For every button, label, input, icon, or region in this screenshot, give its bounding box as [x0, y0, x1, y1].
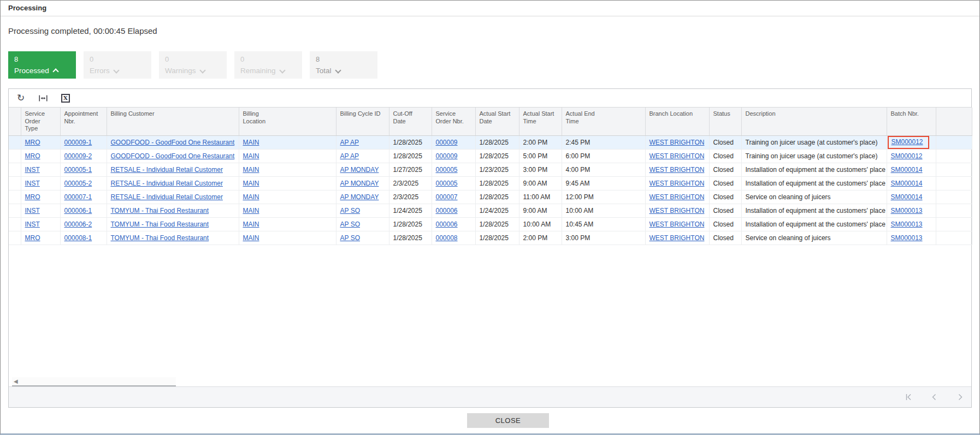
fit-width-icon[interactable]: [38, 93, 48, 103]
badge-warnings[interactable]: 0Warnings: [159, 51, 227, 79]
cell-link-billing_location[interactable]: MAIN: [243, 139, 259, 146]
column-header-so_nbr[interactable]: Service Order Nbr.: [432, 108, 475, 135]
cell-link-cycle[interactable]: AP SO: [340, 207, 360, 214]
column-header-start_time[interactable]: Actual Start Time: [519, 108, 562, 135]
column-header-appt[interactable]: Appointment Nbr.: [60, 108, 107, 135]
cell-link-type[interactable]: INST: [25, 166, 40, 174]
table-row[interactable]: MRO000009-2GOODFOOD - GoodFood One Resta…: [9, 149, 972, 163]
cell-link-cycle[interactable]: AP AP: [340, 139, 359, 146]
column-header-end_time[interactable]: Actual End Time: [562, 108, 645, 135]
table-row[interactable]: MRO000008-1TOMYUM - Thai Food Restaurant…: [9, 231, 972, 245]
cell-link-so_nbr[interactable]: 000006: [436, 207, 458, 214]
cell-link-branch[interactable]: WEST BRIGHTON: [650, 180, 705, 187]
cell-link-branch[interactable]: WEST BRIGHTON: [650, 207, 705, 214]
cell-link-cycle[interactable]: AP MONDAY: [340, 193, 379, 201]
cell-link-customer[interactable]: RETSALE - Individual Retail Customer: [111, 166, 223, 174]
cell-link-type[interactable]: MRO: [25, 193, 40, 201]
cell-link-appt[interactable]: 000009-2: [64, 152, 92, 160]
cell-link-type[interactable]: MRO: [25, 234, 40, 242]
scroll-left-arrow-icon[interactable]: ◀: [14, 378, 18, 384]
cell-link-cycle[interactable]: AP AP: [340, 152, 359, 160]
cell-link-billing_location[interactable]: MAIN: [243, 221, 259, 228]
next-page-icon[interactable]: [955, 392, 965, 402]
cell-link-so_nbr[interactable]: 000006: [436, 221, 458, 228]
cell-link-batch[interactable]: SM000013: [891, 234, 923, 242]
horizontal-scrollbar[interactable]: ◀: [9, 377, 971, 386]
cell-link-customer[interactable]: RETSALE - Individual Retail Customer: [111, 180, 223, 187]
cell-link-branch[interactable]: WEST BRIGHTON: [650, 234, 705, 242]
first-page-icon[interactable]: [904, 392, 913, 402]
cell-link-branch[interactable]: WEST BRIGHTON: [650, 166, 705, 174]
table-row[interactable]: INST000005-2RETSALE - Individual Retail …: [9, 176, 972, 190]
table-row[interactable]: MRO000007-1RETSALE - Individual Retail C…: [9, 190, 972, 204]
column-header-start_date[interactable]: Actual Start Date: [475, 108, 519, 135]
cell-link-billing_location[interactable]: MAIN: [243, 207, 259, 214]
cell-link-branch[interactable]: WEST BRIGHTON: [650, 139, 705, 146]
cell-link-type[interactable]: MRO: [25, 139, 40, 146]
cell-link-branch[interactable]: WEST BRIGHTON: [650, 152, 705, 160]
cell-link-appt[interactable]: 000006-2: [64, 221, 92, 228]
cell-link-appt[interactable]: 000005-1: [64, 166, 92, 174]
column-header-batch[interactable]: Batch Nbr.: [887, 108, 936, 135]
cell-link-billing_location[interactable]: MAIN: [243, 180, 259, 187]
cell-link-type[interactable]: MRO: [25, 152, 40, 160]
column-header-cutoff[interactable]: Cut-Off Date: [389, 108, 432, 135]
scrollbar-thumb[interactable]: [12, 377, 176, 386]
column-header-desc[interactable]: Description: [741, 108, 887, 135]
badge-processed[interactable]: 8Processed: [8, 51, 76, 79]
cell-link-cycle[interactable]: AP MONDAY: [340, 180, 379, 187]
column-header-type[interactable]: Service Order Type: [21, 108, 60, 135]
export-excel-icon[interactable]: X: [61, 93, 70, 103]
cell-link-billing_location[interactable]: MAIN: [243, 234, 259, 242]
cell-link-batch[interactable]: SM000012: [892, 138, 923, 146]
cell-link-customer[interactable]: RETSALE - Individual Retail Customer: [111, 193, 223, 201]
table-row[interactable]: INST000006-2TOMYUM - Thai Food Restauran…: [9, 217, 972, 231]
cell-link-so_nbr[interactable]: 000005: [436, 180, 458, 187]
cell-link-so_nbr[interactable]: 000007: [436, 193, 458, 201]
cell-link-appt[interactable]: 000007-1: [64, 193, 92, 201]
badge-errors[interactable]: 0Errors: [84, 51, 151, 79]
cell-link-batch[interactable]: SM000014: [891, 180, 923, 187]
column-header-billing_location[interactable]: Billing Location: [239, 108, 336, 135]
column-header-branch[interactable]: Branch Location: [645, 108, 709, 135]
column-header-customer[interactable]: Billing Customer: [107, 108, 239, 135]
table-row[interactable]: INST000006-1TOMYUM - Thai Food Restauran…: [9, 204, 972, 217]
table-row[interactable]: MRO000009-1GOODFOOD - GoodFood One Resta…: [9, 135, 972, 149]
cell-link-type[interactable]: INST: [25, 207, 40, 214]
cell-link-billing_location[interactable]: MAIN: [243, 193, 259, 201]
cell-link-cycle[interactable]: AP MONDAY: [340, 166, 379, 174]
cell-link-batch[interactable]: SM000013: [891, 221, 923, 228]
badge-total[interactable]: 8Total: [310, 51, 377, 79]
cell-link-customer[interactable]: TOMYUM - Thai Food Restaurant: [111, 207, 209, 214]
cell-link-billing_location[interactable]: MAIN: [243, 152, 259, 160]
cell-link-batch[interactable]: SM000013: [891, 207, 923, 214]
cell-link-customer[interactable]: GOODFOOD - GoodFood One Restaurant: [111, 152, 235, 160]
cell-link-billing_location[interactable]: MAIN: [243, 166, 259, 174]
cell-link-appt[interactable]: 000008-1: [64, 234, 92, 242]
close-button[interactable]: CLOSE: [467, 413, 549, 428]
table-row[interactable]: INST000005-1RETSALE - Individual Retail …: [9, 163, 972, 176]
cell-link-customer[interactable]: GOODFOOD - GoodFood One Restaurant: [111, 139, 235, 146]
cell-link-branch[interactable]: WEST BRIGHTON: [650, 221, 705, 228]
cell-link-so_nbr[interactable]: 000009: [436, 152, 458, 160]
column-header-status[interactable]: Status: [709, 108, 741, 135]
cell-link-batch[interactable]: SM000014: [891, 193, 923, 201]
cell-link-so_nbr[interactable]: 000008: [436, 234, 458, 242]
cell-link-batch[interactable]: SM000012: [891, 152, 923, 160]
cell-link-branch[interactable]: WEST BRIGHTON: [650, 193, 705, 201]
badge-remaining[interactable]: 0Remaining: [234, 51, 302, 79]
cell-link-type[interactable]: INST: [25, 180, 40, 187]
cell-link-type[interactable]: INST: [25, 221, 40, 228]
cell-link-appt[interactable]: 000006-1: [64, 207, 92, 214]
cell-link-so_nbr[interactable]: 000009: [436, 139, 458, 146]
column-header-cycle[interactable]: Billing Cycle ID: [336, 108, 389, 135]
cell-link-appt[interactable]: 000005-2: [64, 180, 92, 187]
cell-link-cycle[interactable]: AP SO: [340, 234, 360, 242]
cell-link-cycle[interactable]: AP SO: [340, 221, 360, 228]
cell-link-batch[interactable]: SM000014: [891, 166, 923, 174]
refresh-icon[interactable]: ↻: [16, 93, 26, 103]
cell-link-appt[interactable]: 000009-1: [64, 139, 92, 146]
cell-link-customer[interactable]: TOMYUM - Thai Food Restaurant: [111, 221, 209, 228]
cell-link-customer[interactable]: TOMYUM - Thai Food Restaurant: [111, 234, 209, 242]
cell-link-so_nbr[interactable]: 000005: [436, 166, 458, 174]
